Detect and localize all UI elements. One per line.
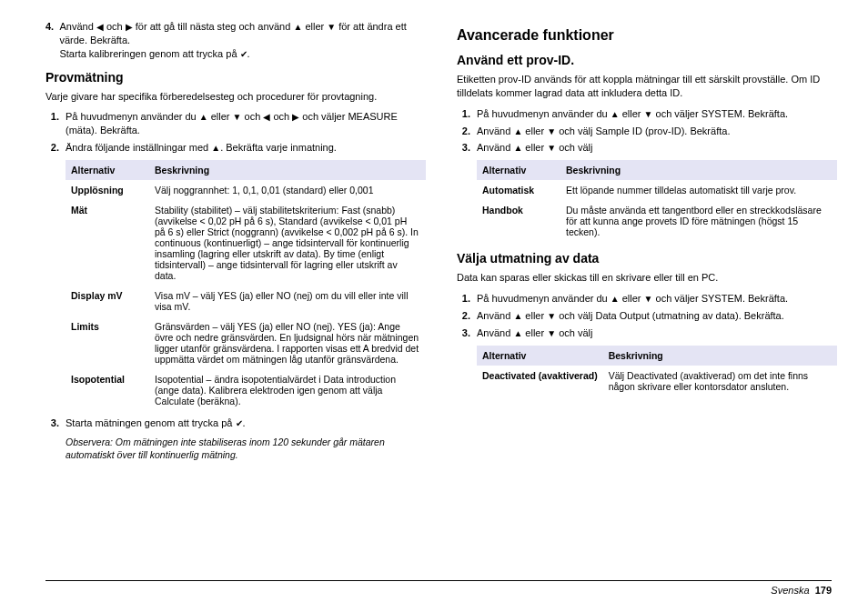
paragraph-prov-id: Etiketten prov-ID används för att koppla… [457, 73, 832, 100]
page-columns: 4. Använd ◀ och ▶ för att gå till nästa … [45, 20, 832, 465]
right-column: Avancerade funktioner Använd ett prov-ID… [457, 20, 832, 465]
utmatning-table: AlternativBeskrivning Deactivated (avakt… [477, 346, 837, 396]
triangle-up-icon: ▲ [513, 312, 522, 321]
step-4: 4. Använd ◀ och ▶ för att gå till nästa … [45, 20, 420, 61]
triangle-down-icon: ▼ [233, 113, 242, 122]
triangle-up-icon: ▲ [211, 144, 220, 153]
left-column: 4. Använd ◀ och ▶ för att gå till nästa … [45, 20, 420, 465]
heading-prov-id: Använd ett prov-ID. [457, 53, 832, 67]
triangle-right-icon: ▶ [126, 23, 133, 32]
table-row: UpplösningVälj noggrannhet: 1, 0,1, 0,01… [66, 180, 426, 200]
page-footer: Svenska 179 [45, 580, 832, 596]
footer-page-number: 179 [815, 585, 832, 596]
list-item: Starta mätningen genom att trycka på ✔. [62, 416, 420, 430]
heading-utmatning: Välja utmatning av data [457, 251, 832, 266]
triangle-up-icon: ▲ [513, 127, 522, 136]
triangle-down-icon: ▼ [644, 295, 653, 304]
heading-provmatning: Provmätning [45, 70, 420, 85]
footer-language: Svenska [771, 585, 809, 596]
list-item: På huvudmenyn använder du ▲ eller ▼ och … [473, 292, 832, 306]
table-row: LimitsGränsvärden – välj YES (ja) eller … [66, 316, 426, 369]
table-row: HandbokDu måste använda ett tangentbord … [477, 200, 837, 242]
list-item: Använd ▲ eller ▼ och välj Sample ID (pro… [473, 125, 832, 138]
prov-id-steps: På huvudmenyn använder du ▲ eller ▼ och … [457, 107, 832, 156]
prov-id-table: AlternativBeskrivning AutomatiskEtt löpa… [477, 160, 837, 242]
list-item: Använd ▲ eller ▼ och välj [473, 141, 832, 155]
triangle-down-icon: ▼ [547, 127, 556, 136]
list-item: Använd ▲ eller ▼ och välj Data Output (u… [473, 309, 832, 323]
table-row: AutomatiskEtt löpande nummer tilldelas a… [477, 180, 837, 200]
table-row: Display mVVisa mV – välj YES (ja) eller … [66, 286, 426, 316]
provmatning-steps: På huvudmenyn använder du ▲ eller ▼ och … [45, 110, 420, 155]
table-row: IsopotentialIsopotential – ändra isopote… [66, 369, 426, 411]
utmatning-steps: På huvudmenyn använder du ▲ eller ▼ och … [457, 292, 832, 340]
triangle-up-icon: ▲ [293, 23, 302, 32]
triangle-up-icon: ▲ [513, 144, 522, 153]
paragraph-provmatning: Varje givare har specifika förberedelses… [45, 90, 420, 104]
triangle-up-icon: ▲ [611, 295, 620, 304]
triangle-up-icon: ▲ [199, 113, 208, 122]
list-item: På huvudmenyn använder du ▲ eller ▼ och … [473, 107, 832, 121]
note-text: Observera: Om mätningen inte stabilisera… [66, 436, 420, 461]
provmatning-steps-cont: Starta mätningen genom att trycka på ✔. [45, 416, 420, 430]
list-item: På huvudmenyn använder du ▲ eller ▼ och … [62, 110, 420, 137]
list-item: Ändra följande inställningar med ▲. Bekr… [62, 141, 420, 155]
triangle-up-icon: ▲ [611, 110, 620, 119]
triangle-down-icon: ▼ [547, 329, 556, 338]
table-row: Deactivated (avaktiverad)Välj Deactivate… [477, 366, 837, 396]
triangle-down-icon: ▼ [547, 144, 556, 153]
triangle-left-icon: ◀ [96, 23, 104, 32]
paragraph-utmatning: Data kan sparas eller skickas till en sk… [457, 271, 832, 285]
heading-advanced: Avancerade funktioner [457, 27, 832, 44]
table-row: MätStability (stabilitet) – välj stabili… [66, 200, 426, 286]
list-item: Använd ▲ eller ▼ och välj [473, 326, 832, 340]
check-icon: ✔ [236, 419, 243, 428]
provmatning-table: AlternativBeskrivning UpplösningVälj nog… [66, 160, 426, 411]
triangle-down-icon: ▼ [547, 312, 556, 321]
triangle-down-icon: ▼ [327, 23, 336, 32]
triangle-down-icon: ▼ [644, 110, 653, 119]
check-icon: ✔ [240, 50, 247, 59]
triangle-up-icon: ▲ [513, 329, 522, 338]
